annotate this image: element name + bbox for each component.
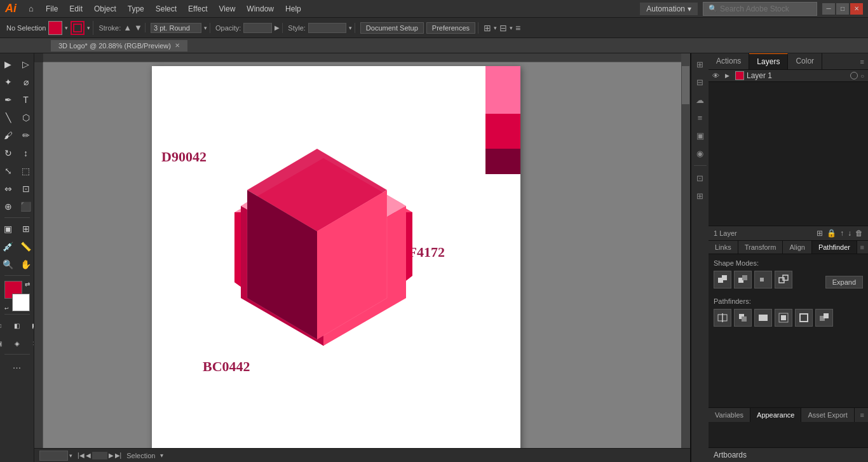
reset-colors-icon[interactable]: ↩ xyxy=(4,306,9,311)
layer-visibility-icon[interactable]: 👁 xyxy=(712,72,722,79)
menu-object[interactable]: Object xyxy=(89,3,121,15)
arrange-icon[interactable]: ⊞ xyxy=(484,23,491,33)
pathfinder-options-icon[interactable]: ≡ xyxy=(860,243,864,251)
tab-asset-export[interactable]: Asset Export xyxy=(801,408,854,422)
zoom-mode-button[interactable]: ✕ xyxy=(27,335,35,351)
layer-lock-icon[interactable]: ○ xyxy=(860,72,864,79)
exclude-button[interactable] xyxy=(775,271,792,289)
paintbrush-tool[interactable]: 🖌 xyxy=(0,127,17,144)
menu-view[interactable]: View xyxy=(214,3,241,15)
line-tool[interactable]: ╲ xyxy=(0,109,17,126)
arrange2-icon[interactable]: ⊟ xyxy=(499,23,507,33)
crop-button[interactable] xyxy=(775,309,792,327)
panel-icon-transform[interactable]: ⊡ xyxy=(693,171,707,185)
lasso-tool[interactable]: ⌀ xyxy=(18,74,34,90)
merge-button[interactable] xyxy=(754,309,772,327)
screen-mode-button[interactable]: ▣ xyxy=(0,335,8,351)
vertical-scroll-thumb[interactable] xyxy=(682,66,689,104)
document-tab[interactable]: 3D Logo* @ 20.88% (RGB/Preview) ✕ xyxy=(51,40,187,51)
document-setup-button[interactable]: Document Setup xyxy=(360,22,424,34)
draw-behind-mode[interactable]: ◧ xyxy=(9,317,25,334)
pen-tool[interactable]: ✒ xyxy=(0,92,17,108)
move-to-layer-icon[interactable]: ↑ xyxy=(840,229,844,238)
reflect-tool[interactable]: ↕ xyxy=(18,145,34,161)
next-page-button[interactable]: ▶ xyxy=(109,452,114,459)
menu-effect[interactable]: Effect xyxy=(183,3,212,15)
panel-icon-symbols[interactable]: ☁ xyxy=(693,93,707,107)
prev-page-button[interactable]: ◀ xyxy=(86,452,91,459)
magic-wand-tool[interactable]: ✦ xyxy=(0,74,17,90)
minus-back-button[interactable] xyxy=(815,309,833,327)
hand-tool[interactable]: ✋ xyxy=(18,256,34,273)
delete-layer-icon[interactable]: 🗑 xyxy=(855,229,863,238)
stroke-down-arrow[interactable]: ▼ xyxy=(134,23,142,32)
arrange2-dropdown[interactable]: ▾ xyxy=(510,25,513,31)
panel-icon-graphic-styles[interactable]: ◉ xyxy=(693,146,707,160)
measure-tool[interactable]: 📏 xyxy=(18,238,34,255)
panel-icon-layers[interactable]: ⊞ xyxy=(693,57,707,71)
appearance-options-icon[interactable]: ≡ xyxy=(860,411,864,419)
outline-button[interactable] xyxy=(795,309,813,327)
more-options-icon[interactable]: ≡ xyxy=(515,23,520,33)
pencil-tool[interactable]: ✏ xyxy=(18,127,34,144)
expand-button[interactable]: Expand xyxy=(825,276,863,289)
warp-tool[interactable]: ⬚ xyxy=(18,163,34,179)
type-tool[interactable]: T xyxy=(18,92,34,108)
eyedropper-tool[interactable]: 💉 xyxy=(0,238,17,255)
vertical-scrollbar[interactable] xyxy=(681,53,690,452)
opacity-input[interactable]: 100% xyxy=(243,23,272,33)
shape-tool[interactable]: ⬡ xyxy=(18,109,34,126)
unite-button[interactable] xyxy=(714,271,731,289)
rotate-tool[interactable]: ↻ xyxy=(0,145,17,161)
preferences-button[interactable]: Preferences xyxy=(426,22,475,34)
opacity-arrow[interactable]: ▶ xyxy=(275,24,280,31)
panel-icon-libraries[interactable]: ⊟ xyxy=(693,75,707,89)
zoom-tool[interactable]: 🔍 xyxy=(0,256,17,273)
selection-dropdown-icon[interactable]: ▾ xyxy=(160,452,163,459)
divide-button[interactable] xyxy=(714,309,731,327)
panel-icon-swatches[interactable]: ▣ xyxy=(693,128,707,142)
intersect-button[interactable] xyxy=(754,271,772,289)
panel-icon-brushes[interactable]: ≡ xyxy=(693,111,707,125)
menu-edit[interactable]: Edit xyxy=(64,3,88,15)
close-button[interactable]: ✕ xyxy=(850,3,863,15)
swap-colors-icon[interactable]: ⇄ xyxy=(25,281,30,288)
search-input[interactable] xyxy=(720,4,809,13)
draw-inside-mode[interactable]: ◩ xyxy=(27,317,35,334)
scale-tool[interactable]: ⤡ xyxy=(0,163,17,179)
collect-layer-icon[interactable]: ↓ xyxy=(848,229,851,238)
tab-pathfinder[interactable]: Pathfinder xyxy=(812,241,857,254)
stroke-weight-input[interactable] xyxy=(151,23,201,33)
style-dropdown[interactable]: ▾ xyxy=(349,25,352,31)
tab-transform[interactable]: Transform xyxy=(738,241,783,254)
tab-align[interactable]: Align xyxy=(783,241,811,254)
tab-links[interactable]: Links xyxy=(709,241,738,254)
view-mode-button[interactable]: ◈ xyxy=(9,335,25,351)
more-tools-button[interactable]: … xyxy=(9,357,25,374)
tab-appearance[interactable]: Appearance xyxy=(750,408,801,422)
panel-icon-align[interactable]: ⊞ xyxy=(693,189,707,203)
menu-type[interactable]: Type xyxy=(123,3,149,15)
zoom-dropdown-icon[interactable]: ▾ xyxy=(69,452,72,459)
menu-window[interactable]: Window xyxy=(241,3,279,15)
lock-layer-icon[interactable]: 🔒 xyxy=(827,229,836,238)
fill-dropdown-icon[interactable]: ▾ xyxy=(65,25,68,31)
gradient-tool[interactable]: ▣ xyxy=(0,221,17,237)
free-transform-tool[interactable]: ⊡ xyxy=(18,180,34,197)
add-layer-icon[interactable]: ⊞ xyxy=(817,229,823,238)
shape-builder-tool[interactable]: ⊕ xyxy=(0,198,17,215)
zoom-input[interactable]: 20.88% xyxy=(39,451,68,461)
first-page-button[interactable]: |◀ xyxy=(78,452,85,459)
automation-button[interactable]: Automation ▾ xyxy=(640,3,698,15)
style-input[interactable] xyxy=(308,23,346,33)
live-paint-tool[interactable]: ⬛ xyxy=(18,198,34,215)
arrange-dropdown[interactable]: ▾ xyxy=(494,25,497,31)
layer-target-icon[interactable] xyxy=(850,72,858,79)
layer-expand-icon[interactable]: ▶ xyxy=(725,72,733,79)
page-input[interactable]: 1 xyxy=(92,452,107,459)
direct-select-tool[interactable]: ▷ xyxy=(18,56,34,72)
home-button[interactable]: ⌂ xyxy=(23,1,39,17)
tab-color[interactable]: Color xyxy=(788,53,822,69)
fill-color-swatch[interactable] xyxy=(48,21,62,35)
select-tool[interactable]: ▶ xyxy=(0,56,17,72)
